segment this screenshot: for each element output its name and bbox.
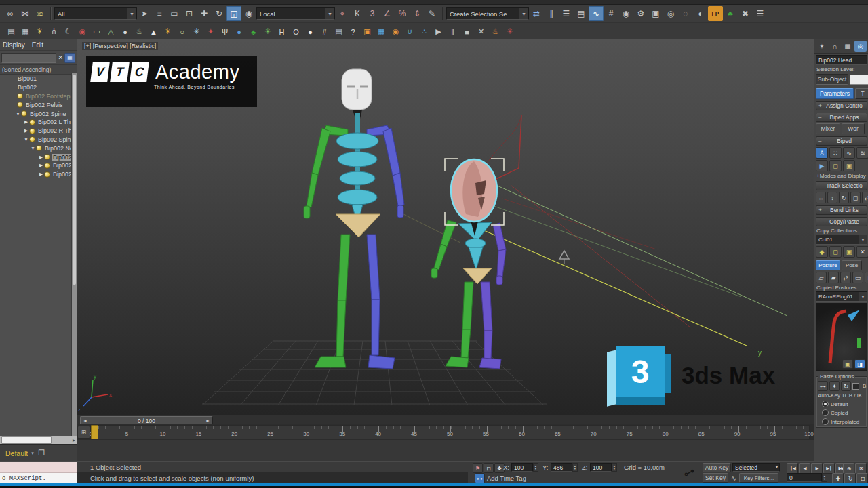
edit-named-selection-sets-icon[interactable]: ✎ — [425, 6, 439, 21]
figure-mode-icon[interactable]: ♙ — [816, 147, 828, 159]
bulb-icon[interactable] — [29, 136, 35, 142]
ribbon-toggle-icon[interactable]: ▤ — [574, 6, 589, 21]
chevron-down-icon[interactable]: ▼ — [325, 8, 334, 19]
biped-playback-icon[interactable]: ▶ — [816, 160, 828, 171]
paste-posture-icon[interactable]: ▰ — [828, 272, 839, 283]
named-selection-sets-dropdown[interactable]: Create Selection Se▼ — [446, 7, 529, 20]
bulb-icon[interactable] — [44, 154, 50, 160]
next-frame-button[interactable]: ▶❙ — [823, 463, 835, 474]
chevron-down-icon[interactable]: ▼ — [859, 235, 867, 244]
list-view-icon[interactable]: ☰ — [753, 6, 768, 21]
chevron-down-icon[interactable]: ▼ — [774, 464, 779, 469]
zoom-viewport-icon[interactable]: ⊕ — [843, 463, 854, 474]
reference-coordinate-dropdown[interactable]: Local▼ — [256, 7, 335, 20]
new-collection-icon[interactable]: ◆ — [816, 246, 828, 258]
tangent-icon[interactable]: ∿ — [731, 474, 736, 482]
snaps-toggle-icon[interactable]: 3 — [365, 6, 380, 21]
bulb-icon[interactable] — [29, 119, 35, 125]
go-to-start-button[interactable]: ❙◀ — [787, 463, 798, 474]
delete-all-postures-icon[interactable]: ⊠ — [865, 272, 868, 283]
explorer-settings-icon[interactable]: ▦ — [64, 53, 75, 63]
scrollbar-thumb[interactable] — [73, 75, 76, 285]
delete-posture-icon[interactable]: ▭ — [852, 272, 863, 283]
render-last-icon[interactable]: ◐ — [693, 6, 708, 21]
stop-sim-icon[interactable]: ■ — [460, 25, 474, 39]
time-slider-prev-icon[interactable]: ◄ — [83, 418, 87, 423]
save-collection-icon[interactable]: ▣ — [843, 246, 855, 258]
body-vertical-icon[interactable]: ↕ — [827, 192, 837, 203]
window-crossing-icon[interactable]: ⊡ — [182, 6, 197, 21]
fire2-icon[interactable]: ♨ — [488, 25, 502, 39]
x-coordinate-field[interactable]: 100 — [511, 463, 533, 472]
symmetry-tracks-icon[interactable]: ⇄ — [862, 192, 868, 203]
modes-and-display-label[interactable]: +Modes and Display — [816, 173, 868, 179]
select-and-move-icon[interactable]: ✚ — [197, 6, 212, 21]
grass-icon[interactable]: ✳ — [260, 25, 275, 39]
workbench-button[interactable]: Wor — [842, 123, 865, 134]
layer-explorer-toggle-icon[interactable]: ☰ — [559, 6, 574, 21]
assign-controller-rollout[interactable]: +Assign Contro — [816, 101, 867, 110]
shadow-toggle-icon[interactable]: ☾ — [61, 25, 75, 39]
selection-filter-dropdown[interactable]: All▼ — [54, 7, 137, 20]
horizontal-scrollbar[interactable]: ▸ — [0, 436, 77, 444]
pose-tab[interactable]: Pose — [842, 260, 862, 270]
workspace-default-label[interactable]: Default — [5, 449, 28, 458]
sunlight-icon[interactable]: ☀ — [161, 25, 175, 39]
save-biped-file-icon[interactable]: ▣ — [843, 160, 855, 171]
material-editor-icon[interactable]: ◉ — [618, 6, 633, 21]
biped-apps-rollout[interactable]: −Biped Apps — [816, 113, 867, 122]
angle-snap-icon[interactable]: ∠ — [380, 6, 395, 21]
sub-object-button[interactable]: Sub-Object — [816, 74, 848, 85]
create-tab-icon[interactable]: ✶ — [816, 41, 828, 52]
render-iterative-icon[interactable]: ◌ — [678, 6, 693, 21]
bind-to-space-warp-icon[interactable]: ≋ — [33, 6, 47, 21]
sphere-white-icon[interactable]: ● — [303, 25, 317, 39]
frame-spinner[interactable] — [822, 473, 827, 482]
delete-collection-icon[interactable]: ✕ — [856, 246, 868, 258]
auto-key-button[interactable]: Auto Key — [703, 463, 731, 472]
maxscript-macro-line[interactable] — [0, 462, 77, 473]
scene-explorer-item[interactable]: Bip002 L Thigh — [0, 118, 77, 127]
scene-explorer-item[interactable]: Bip002 — [0, 83, 77, 92]
body-rotation-icon[interactable]: ↻ — [839, 192, 849, 203]
radio-icon[interactable] — [822, 418, 829, 425]
selection-set-dropdown[interactable]: Selected — [732, 463, 780, 472]
select-object-icon[interactable]: ➤ — [137, 6, 152, 21]
paste-posture-opposite-icon[interactable]: ⇄ — [840, 272, 851, 283]
sim-grid-icon[interactable]: ▦ — [374, 25, 389, 39]
radio-option[interactable]: Default — [822, 401, 865, 407]
water-sim-icon[interactable]: ∪ — [403, 25, 417, 39]
menu-display[interactable]: Display — [3, 41, 25, 49]
scene-explorer-item[interactable]: Bip002 R Cl — [0, 170, 77, 179]
set-key-button[interactable]: Set Key — [703, 473, 728, 483]
z-spinner[interactable] — [612, 463, 617, 472]
expand-arrow-icon[interactable] — [38, 163, 44, 168]
spinner-snap-icon[interactable]: ⇕ — [410, 6, 425, 21]
bulb-icon[interactable] — [29, 128, 35, 134]
posture-tab[interactable]: Posture — [816, 260, 840, 270]
clear-search-icon[interactable]: ✕ — [58, 54, 63, 61]
timeline-scrubber[interactable] — [91, 425, 98, 439]
perspective-viewport[interactable]: y — [77, 39, 814, 415]
biped-tall[interactable] — [304, 69, 404, 369]
utilities-tools-icon[interactable]: ✖ — [738, 6, 753, 21]
viewport-label[interactable]: [+] [Perspective] [Realistic] — [82, 42, 158, 50]
lock-com-keying-icon[interactable]: ◻ — [850, 192, 861, 203]
unlink-selection-icon[interactable]: ⋈ — [18, 6, 33, 21]
fire-sim-icon[interactable]: ◉ — [389, 25, 403, 39]
paste-vertical-icon[interactable]: ✦ — [829, 381, 840, 391]
help-icon[interactable]: ? — [346, 25, 360, 39]
cone-primitive-icon[interactable]: △ — [104, 25, 118, 39]
paste-horizontal-icon[interactable]: ⊶ — [818, 381, 828, 391]
skeleton-rig-icon[interactable]: Ψ — [218, 25, 232, 39]
trajectories-tab[interactable]: T — [855, 88, 868, 99]
select-and-rotate-icon[interactable]: ↻ — [212, 6, 226, 21]
footstep-mode-icon[interactable]: ∷ — [829, 147, 842, 159]
chevron-down-icon[interactable]: ▼ — [519, 8, 528, 19]
hf-icon[interactable]: H — [275, 25, 289, 39]
earth-icon[interactable]: ● — [232, 25, 246, 39]
ox-icon[interactable]: O — [289, 25, 303, 39]
circle-shape-icon[interactable]: ○ — [175, 25, 189, 39]
radio-icon[interactable] — [822, 401, 829, 407]
bulb-icon[interactable] — [17, 102, 23, 108]
